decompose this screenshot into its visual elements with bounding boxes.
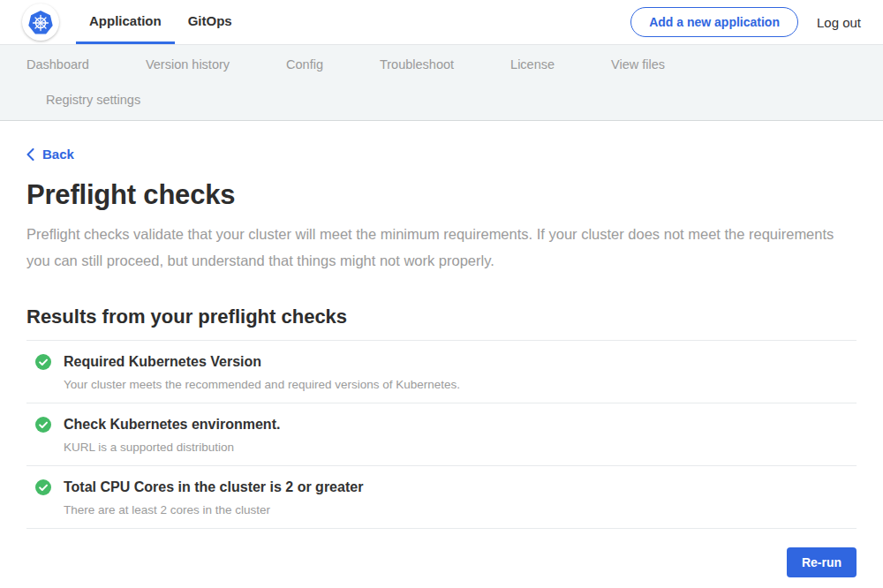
preflight-page: Back Preflight checks Preflight checks v…	[0, 121, 883, 577]
add-new-application-button[interactable]: Add a new application	[630, 7, 798, 37]
subnav-item-config[interactable]: Config	[286, 47, 323, 82]
check-pass-icon	[35, 417, 51, 433]
preflight-results-list: Required Kubernetes Version Your cluster…	[26, 340, 857, 529]
results-heading: Results from your preflight checks	[26, 305, 857, 328]
footer-actions: Re-run	[26, 547, 857, 577]
app-subnav: Dashboard Version history Config Trouble…	[0, 45, 883, 121]
subnav-row-2: Registry settings	[26, 82, 857, 117]
kubernetes-logo-icon	[22, 4, 59, 41]
logout-link[interactable]: Log out	[817, 15, 861, 30]
chevron-left-icon	[26, 148, 34, 161]
top-navbar: Application GitOps Add a new application…	[0, 0, 883, 45]
subnav-item-view-files[interactable]: View files	[611, 47, 665, 82]
check-message: Your cluster meets the recommended and r…	[64, 378, 857, 391]
check-title: Total CPU Cores in the cluster is 2 or g…	[64, 479, 363, 495]
subnav-row-1: Dashboard Version history Config Trouble…	[26, 47, 857, 82]
subnav-item-dashboard[interactable]: Dashboard	[26, 47, 89, 82]
tab-gitops[interactable]: GitOps	[175, 0, 245, 44]
check-title: Check Kubernetes environment.	[64, 417, 280, 433]
back-link[interactable]: Back	[26, 147, 74, 162]
check-pass-icon	[35, 354, 51, 370]
primary-tabs: Application GitOps	[76, 0, 245, 44]
check-message: KURL is a supported distribution	[64, 441, 857, 454]
check-row-kubernetes-version: Required Kubernetes Version Your cluster…	[26, 340, 857, 403]
back-link-label: Back	[42, 147, 74, 162]
check-row-kubernetes-environment: Check Kubernetes environment. KURL is a …	[26, 403, 857, 465]
check-message: There are at least 2 cores in the cluste…	[64, 503, 857, 516]
navbar-right: Add a new application Log out	[630, 7, 861, 37]
page-description: Preflight checks validate that your clus…	[26, 221, 849, 274]
rerun-button[interactable]: Re-run	[787, 547, 857, 577]
check-row-cpu-cores: Total CPU Cores in the cluster is 2 or g…	[26, 465, 857, 528]
subnav-item-license[interactable]: License	[510, 47, 555, 82]
check-title: Required Kubernetes Version	[64, 354, 261, 370]
page-title: Preflight checks	[26, 179, 857, 211]
subnav-item-version-history[interactable]: Version history	[146, 47, 230, 82]
tab-application[interactable]: Application	[76, 0, 175, 44]
subnav-item-registry-settings[interactable]: Registry settings	[46, 82, 140, 117]
check-pass-icon	[35, 479, 51, 495]
subnav-item-troubleshoot[interactable]: Troubleshoot	[380, 47, 454, 82]
